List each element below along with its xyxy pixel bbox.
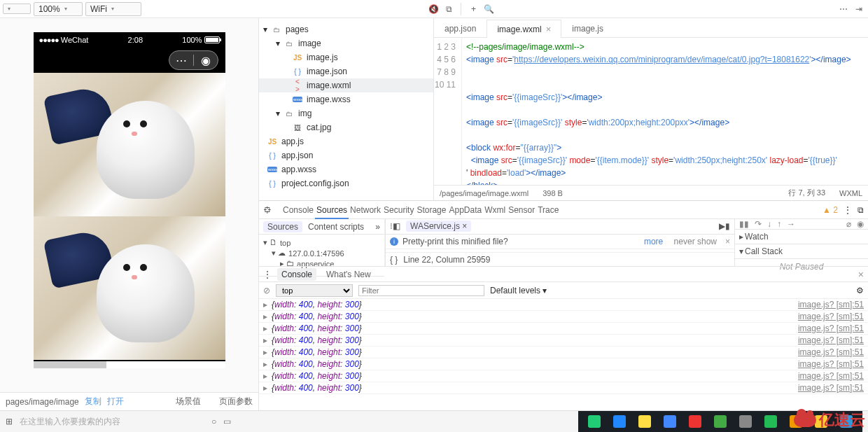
step-into-icon[interactable]: ↓ bbox=[767, 219, 771, 229]
console-line[interactable]: ▸{width: 400, height: 300}image.js? [sm]… bbox=[259, 311, 868, 323]
deactivate-bp-icon[interactable]: ⌀ bbox=[846, 219, 851, 229]
whatsnew-tab[interactable]: What's New bbox=[322, 268, 375, 281]
callstack-section[interactable]: ▾Call Stack bbox=[735, 244, 868, 259]
warning-badge[interactable]: ▲ 2 bbox=[822, 205, 838, 215]
braces-icon[interactable]: { } bbox=[390, 255, 398, 265]
console-menu-icon[interactable]: ⋮ bbox=[263, 270, 272, 279]
open-link[interactable]: 打开 bbox=[107, 396, 124, 407]
pause-exc-icon[interactable]: ◉ bbox=[857, 219, 864, 229]
mute-icon[interactable]: 🔇 bbox=[427, 3, 440, 15]
editor-tab-app-json[interactable]: app.json bbox=[434, 20, 486, 37]
close-drawer-icon[interactable]: × bbox=[858, 269, 864, 280]
sources-panel: Sources Content scripts » ▾ 🗋 top ▾ ☁ 12… bbox=[259, 219, 735, 266]
console-tab[interactable]: Console bbox=[277, 268, 316, 281]
tree-item-app-js[interactable]: JSapp.js bbox=[259, 134, 433, 148]
devtools-tab-network[interactable]: Network bbox=[349, 202, 382, 218]
devtools-tab-console[interactable]: Console bbox=[281, 202, 315, 218]
tree-item-image-wxml[interactable]: < >image.wxml bbox=[259, 78, 433, 92]
filter-input[interactable] bbox=[358, 285, 484, 296]
phone-frame: ●●●●● WeChat 2:08 100% ⋯ ◉ bbox=[34, 32, 225, 368]
capsule-close-icon[interactable]: ◉ bbox=[194, 54, 218, 67]
code-editor[interactable]: 1 2 3 4 5 6 7 8 9 10 11 <!--pages/image/… bbox=[434, 38, 868, 185]
console-line[interactable]: ▸{width: 400, height: 300}image.js? [sm]… bbox=[259, 382, 868, 394]
devtools-dock-icon[interactable]: ⧉ bbox=[858, 205, 864, 215]
taskview-icon[interactable]: ▭ bbox=[223, 417, 231, 426]
copy-link[interactable]: 复制 bbox=[85, 396, 102, 407]
tree-item-app-wxss[interactable]: wxssapp.wxss bbox=[259, 162, 433, 176]
clock-label: 2:08 bbox=[128, 36, 143, 44]
split-icon[interactable]: ⇥ bbox=[853, 3, 865, 15]
sources-footer: { } Line 22, Column 25959 bbox=[386, 252, 734, 266]
capsule-menu-icon[interactable]: ⋯ bbox=[169, 54, 193, 67]
step-out-icon[interactable]: ↑ bbox=[777, 219, 781, 229]
console-line[interactable]: ▸{width: 400, height: 300}image.js? [sm]… bbox=[259, 299, 868, 311]
devtools-tab-wxml[interactable]: Wxml bbox=[483, 202, 507, 218]
devtools-tab-appdata[interactable]: AppData bbox=[447, 202, 483, 218]
zoom-dropdown[interactable]: 100%▾ bbox=[34, 2, 83, 16]
pause-icon[interactable]: ▮▮ bbox=[739, 219, 749, 229]
cortana-icon[interactable]: ○ bbox=[211, 417, 216, 426]
step-over-icon[interactable]: ↷ bbox=[755, 219, 762, 229]
devtools-panel: ⯐ ConsoleSourcesNetworkSecurityStorageAp… bbox=[259, 200, 868, 410]
more-icon[interactable]: ⋯ bbox=[837, 3, 850, 15]
watermark: 亿速云 bbox=[794, 410, 865, 431]
tree-item-image-json[interactable]: { }image.json bbox=[259, 64, 433, 78]
devtools-tab-storage[interactable]: Storage bbox=[415, 202, 447, 218]
add-tab-icon[interactable]: + bbox=[467, 3, 479, 15]
console-settings-icon[interactable]: ⚙ bbox=[856, 286, 864, 295]
tree-item-app-json[interactable]: { }app.json bbox=[259, 148, 433, 162]
inspect-icon[interactable]: ⯐ bbox=[263, 205, 272, 215]
network-value: WiFi bbox=[90, 4, 107, 14]
console-line[interactable]: ▸{width: 400, height: 300}image.js? [sm]… bbox=[259, 323, 868, 335]
pretty-print-text: Pretty-print this minified file? bbox=[402, 237, 508, 246]
console-output[interactable]: ▸{width: 400, height: 300}image.js? [sm]… bbox=[259, 299, 868, 410]
device-dropdown[interactable]: ▾ bbox=[3, 4, 31, 14]
pretty-close-icon[interactable]: × bbox=[725, 237, 730, 246]
search-icon[interactable]: 🔍 bbox=[482, 3, 495, 15]
console-line[interactable]: ▸{width: 400, height: 300}image.js? [sm]… bbox=[259, 335, 868, 347]
pretty-more[interactable]: more bbox=[644, 237, 663, 246]
tree-item-image-wxss[interactable]: wxssimage.wxss bbox=[259, 92, 433, 106]
tree-item-pages[interactable]: ▾🗀pages bbox=[259, 22, 433, 36]
tree-item-img[interactable]: ▾🗀img bbox=[259, 106, 433, 120]
page-path: pages/image/image bbox=[6, 397, 79, 407]
code-body[interactable]: <!--pages/image/image.wxml--> <image src… bbox=[462, 38, 868, 185]
open-file-tab[interactable]: WAService.js × bbox=[406, 221, 471, 232]
scene-value-button[interactable]: 场景值 bbox=[176, 396, 201, 407]
tree-host[interactable]: 127.0.0.1:47596 bbox=[288, 249, 344, 258]
pretty-never[interactable]: never show bbox=[674, 237, 717, 246]
step-icon[interactable]: → bbox=[787, 219, 795, 229]
console-line[interactable]: ▸{width: 400, height: 300}image.js? [sm]… bbox=[259, 347, 868, 358]
tree-item-image[interactable]: ▾🗀image bbox=[259, 36, 433, 50]
devtools-tab-sources[interactable]: Sources bbox=[315, 202, 349, 219]
editor-tab-image-wxml[interactable]: image.wxml× bbox=[486, 20, 561, 38]
devtools-tab-security[interactable]: Security bbox=[382, 202, 415, 218]
debugger-panel: ▮▮ ↷ ↓ ↑ → ⌀ ◉ ▸Watch ▾Call Stack Not Pa… bbox=[735, 219, 868, 266]
file-explorer[interactable]: ▾🗀pages▾🗀imageJSimage.js{ }image.json< >… bbox=[259, 18, 434, 200]
windows-icon[interactable]: ⊞ bbox=[6, 417, 13, 426]
devtools-tab-trace[interactable]: Trace bbox=[536, 202, 560, 218]
devtools-tab-sensor[interactable]: Sensor bbox=[507, 202, 536, 218]
console-line[interactable]: ▸{width: 400, height: 300}image.js? [sm]… bbox=[259, 358, 868, 370]
page-args-button[interactable]: 页面参数 bbox=[219, 396, 253, 407]
tree-item-project-config-json[interactable]: { }project.config.json bbox=[259, 176, 433, 190]
run-icon[interactable]: ▶▮ bbox=[719, 221, 730, 231]
detach-icon[interactable]: ⧉ bbox=[442, 3, 455, 15]
file-nav-icon[interactable]: ⁝◧ bbox=[390, 221, 400, 231]
content-scripts-tab[interactable]: Content scripts bbox=[308, 222, 364, 232]
status-cursor: 行 7, 列 33 bbox=[788, 188, 825, 198]
tree-item-cat-jpg[interactable]: 🖼cat.jpg bbox=[259, 120, 433, 134]
console-line[interactable]: ▸{width: 400, height: 300}image.js? [sm]… bbox=[259, 370, 868, 382]
tree-item-image-js[interactable]: JSimage.js bbox=[259, 50, 433, 64]
clear-console-icon[interactable]: ⊘ bbox=[263, 286, 270, 295]
sources-tab[interactable]: Sources bbox=[263, 221, 302, 232]
tree-top[interactable]: top bbox=[280, 239, 290, 247]
context-select[interactable]: top bbox=[276, 284, 353, 297]
watch-section[interactable]: ▸Watch bbox=[735, 230, 868, 244]
network-dropdown[interactable]: WiFi▾ bbox=[85, 2, 141, 16]
close-tab-icon[interactable]: × bbox=[546, 24, 552, 34]
search-hint[interactable]: 在这里输入你要搜索的内容 bbox=[20, 416, 120, 428]
levels-dropdown[interactable]: Default levels ▾ bbox=[490, 286, 547, 295]
editor-tab-image-js[interactable]: image.js bbox=[561, 20, 614, 37]
devtools-more-icon[interactable]: ⋮ bbox=[844, 205, 852, 215]
